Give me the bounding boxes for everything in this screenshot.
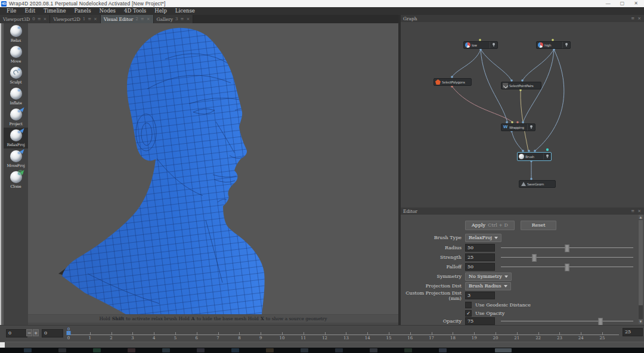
taskbar-icon[interactable]: [58, 348, 66, 352]
tab-gallery[interactable]: Gallery 3 ≡ ×: [154, 15, 194, 23]
close-button[interactable]: ✕: [634, 0, 638, 7]
taskbar-icon[interactable]: [370, 348, 377, 352]
scroll-down-icon[interactable]: ▼: [639, 319, 643, 324]
taskbar-icon[interactable]: [162, 348, 170, 352]
menu-nodes[interactable]: Nodes: [95, 7, 120, 15]
viewport-3d[interactable]: Hold Shift to activate relax brush Hold …: [28, 23, 398, 325]
head-mesh-canvas[interactable]: [28, 23, 398, 314]
taskbar-icon[interactable]: [266, 348, 274, 352]
taskbar-icon[interactable]: [24, 348, 32, 352]
falloff-slider-handle[interactable]: [565, 264, 569, 271]
tab-close-icon[interactable]: ×: [186, 15, 190, 23]
menu-4d-tools[interactable]: 4D Tools: [120, 7, 150, 15]
taskbar-icon[interactable]: [301, 348, 308, 352]
graph-node-low[interactable]: low: [463, 41, 498, 49]
frame-increment-button[interactable]: +: [33, 329, 39, 336]
visibility-lamp-icon[interactable]: [543, 153, 551, 160]
taskbar-icon[interactable]: [439, 348, 447, 352]
tool-sculpt[interactable]: Sculpt: [4, 65, 28, 86]
strength-input[interactable]: 25: [465, 253, 495, 261]
tab-viewport3d[interactable]: Viewport3D 0 ≡ ×: [0, 15, 50, 23]
tool-clone[interactable]: Clone: [4, 169, 28, 190]
tab-close-icon[interactable]: ×: [147, 15, 150, 23]
projection-dist-dropdown[interactable]: Brush Radius: [465, 282, 511, 290]
scroll-up-icon[interactable]: ▲: [639, 215, 643, 219]
menu-edit[interactable]: Edit: [20, 7, 39, 15]
menu-panels[interactable]: Panels: [70, 7, 95, 15]
taskbar-icon[interactable]: [93, 348, 101, 352]
tab-menu-icon[interactable]: ≡: [38, 15, 41, 23]
radius-slider-handle[interactable]: [565, 244, 569, 252]
tab-menu-icon[interactable]: ≡: [88, 15, 91, 23]
tab-menu-icon[interactable]: ≡: [141, 15, 144, 23]
opacity-slider[interactable]: [501, 317, 633, 325]
strength-slider[interactable]: [501, 253, 633, 261]
tab-visual-editor[interactable]: Visual Editor 2 ≡ ×: [101, 15, 154, 23]
timeline-tick-label: 11: [301, 336, 306, 340]
node-graph-canvas[interactable]: low high SelectPolygons SelectPointPairs: [401, 22, 644, 208]
arrow-icon: [20, 127, 26, 133]
symmetry-dropdown[interactable]: No Symmetry: [465, 273, 512, 281]
visibility-lamp-icon[interactable]: [562, 42, 570, 48]
tool-inflate[interactable]: Inflate: [4, 86, 28, 107]
graph-node-selectpointpairs[interactable]: SelectPointPairs: [501, 82, 541, 89]
tab-viewport2d[interactable]: Viewport2D 1 ≡ ×: [50, 15, 100, 23]
visibility-lamp-icon[interactable]: [527, 124, 535, 131]
tool-relax[interactable]: Relax: [4, 23, 28, 44]
taskbar-icon[interactable]: [404, 348, 412, 352]
taskbar-icon[interactable]: [128, 348, 135, 352]
opacity-input[interactable]: 75: [465, 317, 495, 325]
panel-close-icon[interactable]: ×: [637, 209, 641, 213]
menu-license[interactable]: License: [171, 7, 199, 15]
timeline-tick-label: 6: [196, 336, 198, 340]
timeline-tick-label: 21: [514, 336, 519, 340]
tool-moveproj[interactable]: MoveProj: [4, 148, 28, 169]
graph-node-high[interactable]: high: [536, 41, 571, 49]
radius-input[interactable]: 50: [465, 244, 495, 252]
tool-project[interactable]: Project: [4, 107, 28, 128]
tab-close-icon[interactable]: ×: [94, 15, 97, 23]
frame-decrement-button[interactable]: −: [26, 329, 32, 336]
custom-projection-dist-input[interactable]: 3: [465, 292, 495, 299]
tab-close-icon[interactable]: ×: [44, 15, 47, 23]
tool-move[interactable]: Move: [4, 44, 28, 65]
visibility-lamp-icon[interactable]: [490, 42, 497, 48]
minimize-button[interactable]: —: [606, 0, 611, 7]
use-opacity-checkbox[interactable]: ✓: [465, 310, 472, 317]
scrollbar-thumb[interactable]: [639, 220, 643, 305]
use-geodesic-checkbox[interactable]: [465, 302, 472, 308]
graph-node-brush[interactable]: Brush: [517, 152, 552, 161]
falloff-slider[interactable]: [501, 263, 633, 271]
reset-button[interactable]: Reset: [521, 221, 556, 230]
current-frame-input[interactable]: 0: [6, 329, 27, 337]
maximize-button[interactable]: ▢: [620, 0, 625, 7]
taskbar-icon[interactable]: [197, 348, 205, 352]
apply-button[interactable]: Apply Ctrl + D: [465, 221, 515, 230]
range-end-input[interactable]: 25: [623, 328, 643, 336]
tab-menu-icon[interactable]: ≡: [181, 15, 184, 23]
timeline-ruler[interactable]: 0 01234567891011121314151617181920212223…: [67, 327, 619, 341]
taskbar-icon[interactable]: [335, 348, 343, 352]
strength-slider-handle[interactable]: [532, 254, 536, 262]
taskbar-icon[interactable]: [231, 348, 239, 352]
radius-slider[interactable]: [501, 244, 633, 252]
falloff-input[interactable]: 50: [465, 263, 495, 271]
panel-menu-icon[interactable]: ≡: [631, 16, 634, 21]
graph-panel-header[interactable]: Graph ≡ ×: [401, 15, 644, 22]
tool-relaxproj[interactable]: RelaxProj: [4, 128, 28, 148]
select-polygons-icon: [435, 79, 441, 85]
menu-timeline[interactable]: Timeline: [39, 7, 70, 15]
brush-type-dropdown[interactable]: RelaxProj: [465, 234, 501, 242]
timeline-tick-label: 25: [600, 336, 605, 340]
panel-menu-icon[interactable]: ≡: [631, 209, 634, 213]
panel-close-icon[interactable]: ×: [637, 16, 641, 21]
taskbar-active-icon[interactable]: [495, 348, 512, 352]
graph-node-selectpolygons[interactable]: SelectPolygons: [434, 78, 472, 86]
editor-scrollbar[interactable]: ▲ ▼: [639, 215, 643, 324]
range-start-input[interactable]: 0: [42, 329, 63, 337]
menu-help[interactable]: Help: [150, 7, 171, 15]
menu-file[interactable]: File: [2, 7, 20, 15]
graph-node-savegeom[interactable]: SaveGeom: [519, 180, 556, 188]
timeline-tick-label: 9: [259, 336, 262, 340]
graph-node-wrapping[interactable]: W Wrapping: [501, 123, 535, 131]
